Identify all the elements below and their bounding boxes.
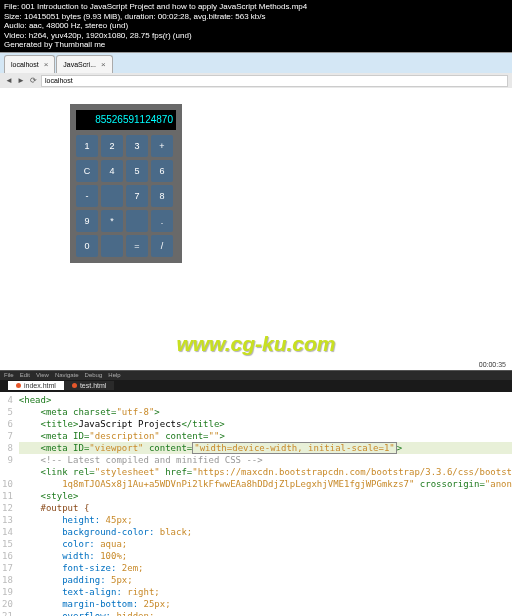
menu-view[interactable]: View <box>36 372 49 378</box>
calc-button-9[interactable]: 9 <box>76 210 98 232</box>
url-input[interactable]: localhost <box>41 75 508 87</box>
calc-display: 85526591124870 <box>76 110 176 130</box>
menu-navigate[interactable]: Navigate <box>55 372 79 378</box>
calc-button-clear[interactable]: C <box>76 160 98 182</box>
editor-tab-test[interactable]: test.html <box>64 381 114 390</box>
calc-button-1[interactable]: 1 <box>76 135 98 157</box>
calc-button-8[interactable]: 8 <box>151 185 173 207</box>
editor-tab-index[interactable]: index.html <box>8 381 64 390</box>
calc-button-equals[interactable]: = <box>126 235 148 257</box>
reload-icon[interactable]: ⟳ <box>28 76 38 86</box>
calc-button-7[interactable]: 7 <box>126 185 148 207</box>
menu-debug[interactable]: Debug <box>85 372 103 378</box>
calc-button-2[interactable]: 2 <box>101 135 123 157</box>
calc-button-plus[interactable]: + <box>151 135 173 157</box>
calc-button-3[interactable]: 3 <box>126 135 148 157</box>
tab-label: index.html <box>24 382 56 389</box>
calc-button-5[interactable]: 5 <box>126 160 148 182</box>
close-icon[interactable]: × <box>44 60 49 69</box>
meta-audio: Audio: aac, 48000 Hz, stereo (und) <box>4 21 508 31</box>
video-metadata: File: 001 Introduction to JavaScript Pro… <box>0 0 512 52</box>
calc-button-blank[interactable] <box>101 235 123 257</box>
calc-button-blank[interactable] <box>101 185 123 207</box>
calc-button-blank[interactable] <box>126 210 148 232</box>
meta-gen: Generated by Thumbnail me <box>4 40 508 50</box>
tab-label: JavaScri... <box>63 61 96 68</box>
menu-help[interactable]: Help <box>108 372 120 378</box>
url-text: localhost <box>45 77 73 84</box>
browser-tab[interactable]: localhost × <box>4 55 55 73</box>
calc-button-0[interactable]: 0 <box>76 235 98 257</box>
file-icon <box>16 383 21 388</box>
calc-button-minus[interactable]: - <box>76 185 98 207</box>
meta-size: Size: 10415051 bytes (9.93 MiB), duratio… <box>4 12 508 22</box>
tab-label: localhost <box>11 61 39 68</box>
meta-video: Video: h264, yuv420p, 1920x1080, 28.75 f… <box>4 31 508 41</box>
browser-chrome: localhost × JavaScri... × ◄ ► ⟳ localhos… <box>0 52 512 88</box>
menu-edit[interactable]: Edit <box>20 372 30 378</box>
calculator: 85526591124870 1 2 3 + C 4 5 6 - 7 8 9 *… <box>70 104 182 263</box>
calc-button-multiply[interactable]: * <box>101 210 123 232</box>
file-icon <box>72 383 77 388</box>
close-icon[interactable]: × <box>101 60 106 69</box>
menu-file[interactable]: File <box>4 372 14 378</box>
page-content: 85526591124870 1 2 3 + C 4 5 6 - 7 8 9 *… <box>0 88 512 370</box>
code-editor[interactable]: 4 5 6 7 8 9 10 11 12 13 14 15 16 17 18 1… <box>0 392 512 616</box>
calc-button-6[interactable]: 6 <box>151 160 173 182</box>
browser-tab[interactable]: JavaScri... × <box>56 55 112 73</box>
calc-button-4[interactable]: 4 <box>101 160 123 182</box>
editor-titlebar: File Edit View Navigate Debug Help <box>0 370 512 380</box>
calc-button-divide[interactable]: / <box>151 235 173 257</box>
tab-label: test.html <box>80 382 106 389</box>
meta-file: File: 001 Introduction to JavaScript Pro… <box>4 2 508 12</box>
editor-tabs: index.html test.html <box>0 380 512 392</box>
back-icon[interactable]: ◄ <box>4 76 14 86</box>
line-gutter: 4 5 6 7 8 9 10 11 12 13 14 15 16 17 18 1… <box>0 392 19 616</box>
code-content[interactable]: <head> <meta charset="utf-8"> <title>Jav… <box>19 392 512 616</box>
watermark: www.cg-ku.com <box>176 332 335 356</box>
forward-icon[interactable]: ► <box>16 76 26 86</box>
timecode: 00:00:35 <box>479 361 506 368</box>
calc-button-dot[interactable]: . <box>151 210 173 232</box>
